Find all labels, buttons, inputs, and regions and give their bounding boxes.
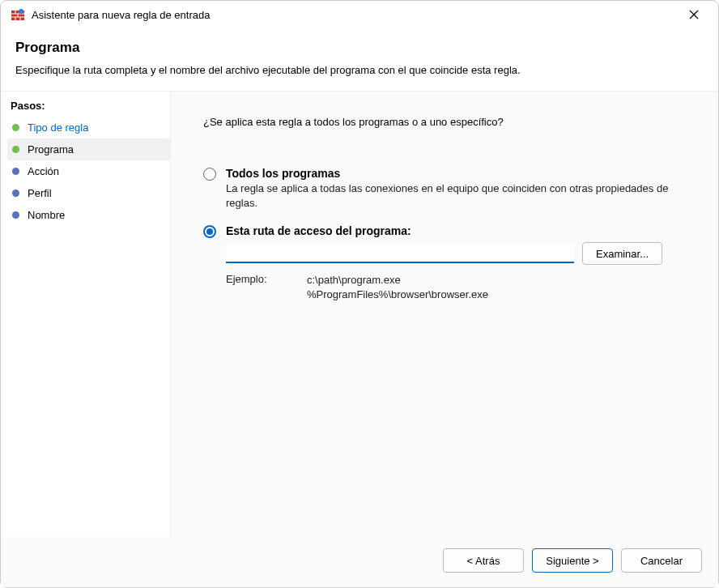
wizard-window: Asistente para nueva regla de entrada Pr… bbox=[0, 0, 719, 588]
wizard-body: Pasos: Tipo de regla Programa Acción Per… bbox=[1, 92, 718, 537]
option-all-programs[interactable]: Todos los programas La regla se aplica a… bbox=[203, 167, 696, 210]
close-button[interactable] bbox=[678, 2, 710, 27]
step-bullet-icon bbox=[12, 168, 19, 175]
step-label: Programa bbox=[28, 143, 74, 156]
browse-button[interactable]: Examinar... bbox=[582, 242, 662, 265]
question-text: ¿Se aplica esta regla a todos los progra… bbox=[203, 116, 696, 128]
option-program-path[interactable]: Esta ruta de acceso del programa: Examin… bbox=[203, 224, 696, 301]
page-title: Programa bbox=[15, 40, 704, 56]
step-bullet-icon bbox=[12, 124, 19, 131]
step-nombre[interactable]: Nombre bbox=[7, 204, 170, 226]
wizard-header: Programa Especifique la ruta completa y … bbox=[1, 28, 718, 92]
back-button[interactable]: < Atrás bbox=[443, 548, 524, 573]
cancel-button[interactable]: Cancelar bbox=[621, 548, 702, 573]
program-path-input[interactable] bbox=[226, 244, 574, 263]
wizard-content: ¿Se aplica esta regla a todos los progra… bbox=[171, 92, 718, 537]
step-bullet-icon bbox=[12, 146, 19, 153]
example-text: c:\path\program.exe %ProgramFiles%\brows… bbox=[307, 273, 488, 301]
page-subtitle: Especifique la ruta completa y el nombre… bbox=[15, 64, 704, 76]
close-icon bbox=[689, 10, 699, 19]
step-bullet-icon bbox=[12, 190, 19, 197]
step-label: Tipo de regla bbox=[28, 121, 88, 134]
radio-program-path[interactable] bbox=[203, 225, 216, 238]
radio-all-programs[interactable] bbox=[203, 168, 216, 181]
steps-sidebar: Pasos: Tipo de regla Programa Acción Per… bbox=[1, 92, 171, 537]
step-programa[interactable]: Programa bbox=[7, 138, 170, 160]
program-path-row: Examinar... bbox=[226, 242, 696, 265]
step-tipo-de-regla[interactable]: Tipo de regla bbox=[7, 117, 170, 138]
option-path-title: Esta ruta de acceso del programa: bbox=[226, 224, 696, 237]
step-perfil[interactable]: Perfil bbox=[7, 182, 170, 204]
svg-point-8 bbox=[19, 9, 23, 14]
example-label: Ejemplo: bbox=[226, 273, 307, 301]
titlebar: Asistente para nueva regla de entrada bbox=[1, 1, 718, 28]
next-button[interactable]: Siguiente > bbox=[532, 548, 613, 573]
step-label: Nombre bbox=[28, 209, 65, 221]
example-row: Ejemplo: c:\path\program.exe %ProgramFil… bbox=[226, 273, 696, 301]
step-label: Acción bbox=[28, 165, 59, 177]
wizard-footer: < Atrás Siguiente > Cancelar bbox=[1, 537, 718, 587]
step-bullet-icon bbox=[12, 211, 19, 219]
option-all-desc: La regla se aplica a todas las conexione… bbox=[226, 181, 696, 210]
firewall-icon bbox=[11, 7, 25, 22]
window-title: Asistente para nueva regla de entrada bbox=[32, 9, 678, 21]
option-all-title: Todos los programas bbox=[226, 167, 696, 180]
steps-heading: Pasos: bbox=[7, 98, 170, 117]
step-label: Perfil bbox=[28, 187, 52, 199]
step-accion[interactable]: Acción bbox=[7, 160, 170, 182]
